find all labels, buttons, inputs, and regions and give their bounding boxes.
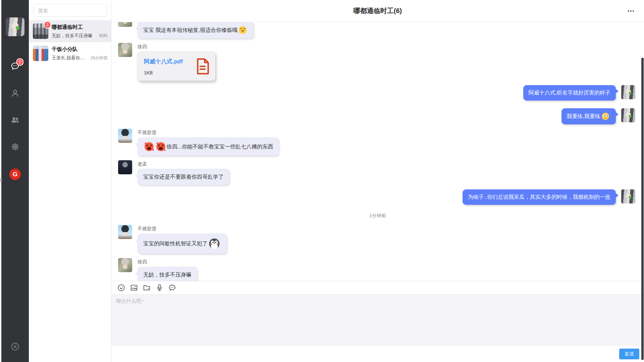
- sidebar-collapse-arrow[interactable]: [0, 178, 2, 182]
- message-content: 不摇碧莲 徐四...你能不能不教宝宝一些乱七八糟的东西: [138, 129, 279, 156]
- message-row: 为啥子..你们总说我呆瓜，其实大多的时候，我都机制的一批: [111, 189, 644, 205]
- message-bubble: 为啥子..你们总说我呆瓜，其实大多的时候，我都机制的一批: [463, 189, 616, 205]
- message-avatar[interactable]: [118, 22, 132, 27]
- user-avatar[interactable]: [6, 17, 24, 36]
- folder-icon[interactable]: [143, 284, 151, 292]
- unread-badge: 2: [16, 58, 23, 66]
- message-content: 徐四无妨，技多不压身嘛: [138, 258, 197, 281]
- message-avatar[interactable]: [621, 108, 635, 122]
- sender-name: 不摇碧莲: [138, 225, 227, 234]
- message-row: 徐四无妨，技多不压身嘛: [111, 258, 644, 281]
- more-ellipsis-icon[interactable]: [625, 5, 637, 17]
- g-logo-icon: G: [9, 169, 21, 180]
- chat-title: 哪都通临时工: [52, 24, 108, 31]
- chat-time: 刚刚: [99, 33, 108, 39]
- sidebar-item-chat-bubble-icon[interactable]: 2: [1, 54, 29, 80]
- timestamp-divider: 1分钟前: [111, 213, 644, 219]
- message-avatar[interactable]: [118, 129, 132, 143]
- message-bubble: 阿威十八式,听名字就好厉害的样子: [523, 85, 616, 101]
- message-bubble: 无妨，技多不压身嘛: [138, 267, 197, 281]
- message-row: 阿威十八式,听名字就好厉害的样子: [111, 85, 644, 101]
- message-text: 宝宝 我这有本祖传秘笈,很适合你修炼哦: [143, 26, 237, 34]
- composer-toolbar: [111, 281, 644, 294]
- rage-face: [156, 141, 166, 152]
- image-icon[interactable]: [130, 284, 138, 292]
- sidebar-item-settings-gear-icon[interactable]: [1, 134, 29, 161]
- message-text: 宝宝的间歇性机智证又犯了: [143, 240, 208, 248]
- chat-time: 26分钟前: [91, 55, 108, 61]
- message-row: 我要练,我要练: [111, 108, 644, 124]
- file-message-card[interactable]: 阿威十八式.pdf1KB: [138, 52, 215, 81]
- message-avatar[interactable]: [118, 43, 132, 57]
- sidebar: 2G: [1, 0, 29, 362]
- chat-avatar: 2: [33, 23, 48, 39]
- file-size: 1KB: [144, 70, 192, 75]
- chat-list: 2哪都通临时工无妨，技多不压身嘛刚刚干饭小分队王道长,我看你才…26分钟前: [29, 20, 111, 64]
- send-button[interactable]: 发送: [619, 349, 639, 359]
- chat-list-item[interactable]: 干饭小分队王道长,我看你才…26分钟前: [29, 42, 111, 64]
- sidebar-item-contacts-icon[interactable]: [1, 80, 29, 107]
- close-circle-icon: [10, 347, 20, 352]
- send-row: 发送: [111, 345, 644, 362]
- file-name[interactable]: 阿威十八式.pdf: [144, 58, 192, 65]
- message-list: 宝宝 我这有本祖传秘笈,很适合你修炼哦 徐四阿威十八式.pdf1KB阿威十八式,…: [111, 22, 644, 281]
- rage-face: [144, 141, 154, 152]
- scrollbar-thumb[interactable]: [641, 58, 644, 360]
- conversation-panel: 哪都通临时工(6) 宝宝 我这有本祖传秘笈,很适合你修炼哦 徐四阿威十八式.pd…: [111, 0, 644, 362]
- message-bubble: 宝宝你还是不要跟着你四哥乱学了: [138, 169, 229, 185]
- message-avatar[interactable]: [621, 189, 635, 203]
- sidebar-item-groups-icon[interactable]: [1, 107, 29, 134]
- hug-face: [238, 25, 247, 35]
- groups-icon: [10, 115, 20, 126]
- message-content: 阿威十八式,听名字就好厉害的样子: [523, 85, 616, 101]
- sender-name: 徐四: [138, 43, 215, 52]
- message-input[interactable]: [111, 295, 644, 345]
- message-bubble: 徐四...你能不能不教宝宝一些乱七八糟的东西: [138, 137, 279, 156]
- penguin-sticker: [208, 238, 220, 250]
- message-content: 老孟宝宝你还是不要跟着你四哥乱学了: [138, 160, 229, 185]
- message-text: 为啥子..你们总说我呆瓜，其实大多的时候，我都机制的一批: [468, 193, 610, 201]
- chat-preview: 无妨，技多不压身嘛: [52, 33, 97, 39]
- search-input[interactable]: [34, 4, 107, 16]
- message-row: 宝宝 我这有本祖传秘笈,很适合你修炼哦: [111, 22, 644, 39]
- message-text: 宝宝你还是不要跟着你四哥乱学了: [143, 173, 224, 181]
- conversation-header: 哪都通临时工(6): [111, 0, 644, 22]
- message-content: 我要练,我要练: [561, 108, 616, 124]
- message-content: 徐四阿威十八式.pdf1KB: [138, 43, 215, 81]
- chat-history-icon[interactable]: [168, 284, 176, 292]
- app-window: 2G 2哪都通临时工无妨，技多不压身嘛刚刚干饭小分队王道长,我看你才…26分钟前…: [0, 0, 644, 362]
- chat-title: 干饭小分队: [52, 46, 108, 53]
- unread-badge: 2: [44, 21, 51, 28]
- message-row: 不摇碧莲 徐四...你能不能不教宝宝一些乱七八糟的东西: [111, 129, 644, 156]
- sidebar-nav: 2G: [1, 54, 29, 188]
- message-avatar[interactable]: [621, 85, 635, 99]
- search-bar: [34, 4, 107, 17]
- chat-preview: 王道长,我看你才…: [52, 55, 89, 61]
- conversation-title: 哪都通临时工(6): [354, 6, 402, 15]
- pdf-file-icon: [196, 58, 210, 75]
- sender-name: 徐四: [138, 258, 197, 267]
- sender-name: 老孟: [138, 160, 229, 169]
- message-avatar[interactable]: [118, 225, 132, 239]
- chat-list-item[interactable]: 2哪都通临时工无妨，技多不压身嘛刚刚: [29, 20, 111, 42]
- composer-input-area: [111, 294, 644, 345]
- melting-face: [601, 112, 610, 121]
- message-content: 为啥子..你们总说我呆瓜，其实大多的时候，我都机制的一批: [463, 189, 616, 205]
- message-row: 徐四阿威十八式.pdf1KB: [111, 43, 644, 81]
- microphone-icon[interactable]: [156, 284, 163, 292]
- message-content: 不摇碧莲宝宝的间歇性机智证又犯了: [138, 225, 227, 254]
- sidebar-exit-button[interactable]: [10, 342, 20, 353]
- sidebar-item-g-logo-icon[interactable]: G: [1, 161, 29, 188]
- message-content: 宝宝 我这有本祖传秘笈,很适合你修炼哦: [138, 22, 254, 39]
- emoji-smile-icon[interactable]: [117, 284, 125, 292]
- message-bubble: 我要练,我要练: [561, 108, 616, 124]
- message-avatar[interactable]: [118, 258, 132, 272]
- message-text: 徐四...你能不能不教宝宝一些乱七八糟的东西: [167, 143, 273, 151]
- settings-gear-icon: [10, 142, 20, 153]
- message-avatar[interactable]: [118, 160, 132, 174]
- contacts-icon: [10, 88, 20, 99]
- message-text: 无妨，技多不压身嘛: [143, 271, 192, 279]
- message-row: 不摇碧莲宝宝的间歇性机智证又犯了: [111, 225, 644, 254]
- message-bubble: 宝宝 我这有本祖传秘笈,很适合你修炼哦: [138, 22, 254, 39]
- chat-avatar: [33, 46, 48, 61]
